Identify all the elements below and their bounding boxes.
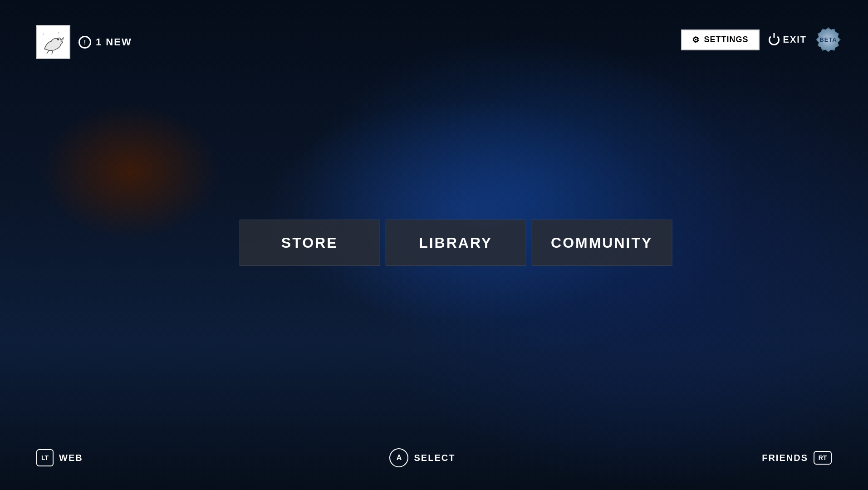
rt-label: RT bbox=[819, 454, 827, 461]
beta-label: BETA bbox=[819, 36, 837, 43]
svg-text:♫: ♫ bbox=[57, 31, 59, 34]
store-button[interactable]: STORE bbox=[239, 220, 380, 266]
main-navigation: STORE LIBRARY COMMUNITY bbox=[239, 220, 672, 266]
bottom-bar: LT WEB A SELECT FRIENDS RT bbox=[0, 448, 868, 467]
exit-button[interactable]: EXIT bbox=[769, 34, 807, 45]
a-label: A bbox=[397, 454, 402, 462]
settings-label: SETTINGS bbox=[704, 35, 749, 44]
community-button[interactable]: COMMUNITY bbox=[531, 220, 672, 266]
a-button: A bbox=[389, 448, 408, 467]
user-avatar[interactable]: ♪ ♫ bbox=[36, 25, 70, 59]
store-label: STORE bbox=[281, 234, 338, 251]
beta-badge: BETA bbox=[816, 27, 841, 52]
exit-label: EXIT bbox=[783, 34, 807, 45]
svg-text:♪: ♪ bbox=[42, 32, 44, 36]
settings-gear-icon: ⚙ bbox=[692, 35, 700, 45]
power-icon bbox=[769, 34, 780, 45]
top-left-area: ♪ ♫ 1 NEW bbox=[36, 25, 132, 59]
lt-label: LT bbox=[41, 454, 49, 461]
settings-button[interactable]: ⚙ SETTINGS bbox=[681, 29, 760, 50]
select-label: SELECT bbox=[414, 453, 455, 463]
lt-button: LT bbox=[36, 449, 54, 466]
friends-label: FRIENDS bbox=[762, 453, 808, 463]
library-button[interactable]: LIBRARY bbox=[385, 220, 526, 266]
notification-icon bbox=[78, 36, 91, 49]
svg-point-1 bbox=[57, 39, 59, 40]
bottom-right-controls: FRIENDS RT bbox=[762, 451, 832, 465]
top-right-area: ⚙ SETTINGS EXIT BETA bbox=[681, 27, 841, 52]
bottom-left-controls: LT WEB bbox=[36, 449, 83, 466]
notification-count: 1 NEW bbox=[96, 36, 132, 48]
bottom-center-controls: A SELECT bbox=[389, 448, 455, 467]
rt-button: RT bbox=[814, 451, 832, 465]
web-label: WEB bbox=[59, 453, 83, 463]
library-label: LIBRARY bbox=[419, 234, 492, 251]
notification-area: 1 NEW bbox=[78, 36, 132, 49]
community-label: COMMUNITY bbox=[551, 234, 652, 251]
avatar-image: ♪ ♫ bbox=[37, 26, 69, 58]
